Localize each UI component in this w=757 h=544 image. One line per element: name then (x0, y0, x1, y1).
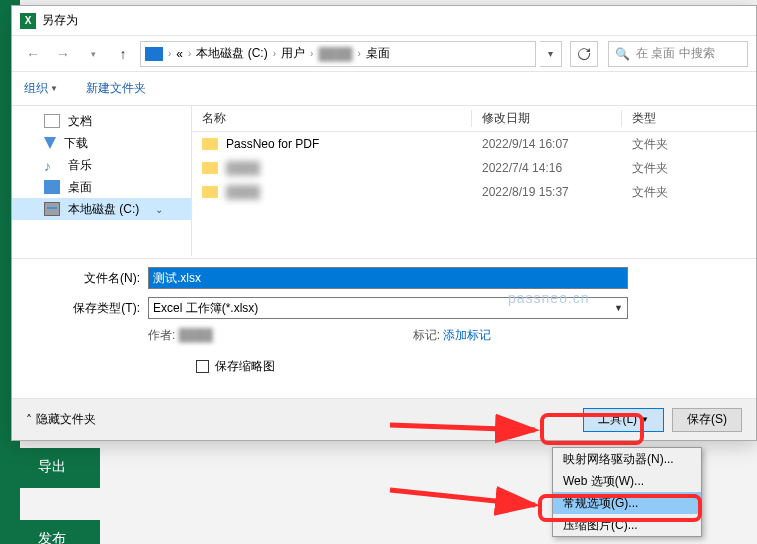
crumb-desktop[interactable]: 桌面 (366, 45, 390, 62)
folder-icon (202, 186, 218, 198)
search-placeholder: 在 桌面 中搜索 (636, 45, 715, 62)
folder-icon (202, 162, 218, 174)
filetype-combo[interactable]: Excel 工作簿(*.xlsx)▼ (148, 297, 628, 319)
chevron-right-icon: › (270, 48, 279, 59)
pc-icon (145, 47, 163, 61)
music-icon: ♪ (44, 158, 60, 172)
save-button[interactable]: 保存(S) (672, 408, 742, 432)
breadcrumb-dropdown[interactable]: ▾ (540, 41, 562, 67)
dialog-title: 另存为 (42, 12, 78, 29)
col-date[interactable]: 修改日期 (472, 110, 622, 127)
crumb-user[interactable]: ████ (318, 47, 352, 61)
tree-music[interactable]: ♪音乐 (12, 154, 191, 176)
download-icon (44, 137, 56, 149)
filetype-label: 保存类型(T): (28, 300, 148, 317)
thumbnail-checkbox[interactable] (196, 360, 209, 373)
recent-dropdown[interactable]: ▾ (80, 41, 106, 67)
new-folder-button[interactable]: 新建文件夹 (86, 80, 146, 97)
folder-icon (202, 138, 218, 150)
forward-button: → (50, 41, 76, 67)
tree-documents[interactable]: 文档 (12, 110, 191, 132)
crumb-disk[interactable]: 本地磁盘 (C:) (196, 45, 267, 62)
menu-web-options[interactable]: Web 选项(W)... (553, 470, 701, 492)
search-input[interactable]: 🔍 在 桌面 中搜索 (608, 41, 748, 67)
filename-label: 文件名(N): (28, 270, 148, 287)
table-row[interactable]: PassNeo for PDF 2022/9/14 16:07 文件夹 (192, 132, 756, 156)
col-name[interactable]: 名称 (192, 110, 472, 127)
chevron-right-icon: › (165, 48, 174, 59)
menu-general-options[interactable]: 常规选项(G)... (553, 492, 701, 514)
tools-button[interactable]: 工具(L)▼ (583, 408, 664, 432)
back-button[interactable]: ← (20, 41, 46, 67)
titlebar: X 另存为 (12, 6, 756, 36)
navbar: ← → ▾ ↑ › « › 本地磁盘 (C:) › 用户 › ████ › 桌面… (12, 36, 756, 72)
toolbar: 组织▼ 新建文件夹 (12, 72, 756, 106)
table-row[interactable]: ████ 2022/7/4 14:16 文件夹 (192, 156, 756, 180)
file-list: 名称 修改日期 类型 PassNeo for PDF 2022/9/14 16:… (192, 106, 756, 256)
tree-downloads[interactable]: 下载 (12, 132, 191, 154)
thumbnail-label: 保存缩略图 (215, 358, 275, 375)
up-button[interactable]: ↑ (110, 41, 136, 67)
save-as-dialog: X 另存为 ← → ▾ ↑ › « › 本地磁盘 (C:) › 用户 › ███… (11, 5, 757, 441)
filename-input[interactable]: 测试.xlsx (148, 267, 628, 289)
menu-map-drive[interactable]: 映射网络驱动器(N)... (553, 448, 701, 470)
refresh-button[interactable] (570, 41, 598, 67)
chevron-up-icon: ˄ (26, 413, 32, 427)
add-tag-link[interactable]: 添加标记 (443, 328, 491, 342)
chevron-down-icon: ⌄ (155, 204, 163, 215)
disk-icon (44, 202, 60, 216)
folder-tree: 文档 下载 ♪音乐 桌面 本地磁盘 (C:)⌄ (12, 106, 192, 256)
col-type[interactable]: 类型 (622, 110, 756, 127)
chevron-down-icon: ▼ (614, 303, 623, 313)
document-icon (44, 114, 60, 128)
columns-header: 名称 修改日期 类型 (192, 106, 756, 132)
form-area: 文件名(N): 测试.xlsx 保存类型(T): Excel 工作簿(*.xls… (12, 261, 756, 379)
refresh-icon (577, 47, 591, 61)
organize-button[interactable]: 组织▼ (24, 80, 58, 97)
sidebar-send[interactable]: 发布 (0, 520, 100, 544)
sidebar-export[interactable]: 导出 (0, 448, 100, 488)
chevron-right-icon: › (307, 48, 316, 59)
author-label: 作者: (148, 328, 175, 342)
chevron-down-icon: ▼ (641, 415, 649, 424)
tag-label: 标记: (413, 328, 440, 342)
hide-folders-toggle[interactable]: ˄隐藏文件夹 (26, 411, 96, 428)
chevron-right-icon: › (185, 48, 194, 59)
chevron-right-icon: › (354, 48, 363, 59)
menu-compress-pictures[interactable]: 压缩图片(C)... (553, 514, 701, 536)
author-value[interactable]: ████ (179, 328, 213, 342)
desktop-icon (44, 180, 60, 194)
dialog-footer: ˄隐藏文件夹 工具(L)▼ 保存(S) (12, 398, 756, 440)
crumb-users[interactable]: 用户 (281, 45, 305, 62)
chevron-down-icon: ▼ (50, 84, 58, 93)
crumb-ellipsis[interactable]: « (176, 47, 183, 61)
search-icon: 🔍 (615, 47, 630, 61)
breadcrumb[interactable]: › « › 本地磁盘 (C:) › 用户 › ████ › 桌面 (140, 41, 536, 67)
excel-icon: X (20, 13, 36, 29)
tools-menu: 映射网络驱动器(N)... Web 选项(W)... 常规选项(G)... 压缩… (552, 447, 702, 537)
table-row[interactable]: ████ 2022/8/19 15:37 文件夹 (192, 180, 756, 204)
tree-desktop[interactable]: 桌面 (12, 176, 191, 198)
tree-disk-c[interactable]: 本地磁盘 (C:)⌄ (12, 198, 191, 220)
